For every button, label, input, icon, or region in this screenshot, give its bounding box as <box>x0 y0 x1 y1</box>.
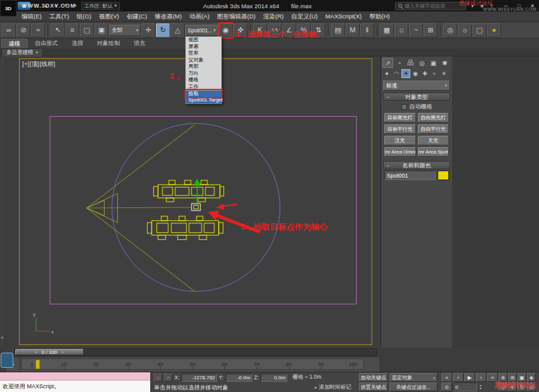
rendered-frame-icon[interactable]: ▢ <box>472 23 486 37</box>
next-frame-arrow[interactable]: › <box>62 350 63 355</box>
spacewarps-category-icon[interactable]: ≈ <box>430 69 439 78</box>
collapse-arrow-icon[interactable]: ◂ <box>1 335 3 340</box>
tab-freeform[interactable]: 自由形式 <box>28 39 65 48</box>
selection-lock-toggle[interactable]: ∩ <box>164 374 172 382</box>
rectangular-selection-icon[interactable]: ▢ <box>80 23 94 37</box>
tab-modeling[interactable]: 建模 <box>1 39 28 48</box>
bind-to-space-warp-icon[interactable]: ≈ <box>31 23 45 37</box>
time-slider-handle[interactable]: ‹ 0 / 100 › <box>15 349 84 355</box>
menu-item[interactable]: 视图(V) <box>95 11 123 22</box>
object-type-button[interactable]: 目标平行光 <box>384 124 416 134</box>
window-crossing-icon[interactable]: ▣ <box>94 23 108 37</box>
select-and-move-icon[interactable]: ✛ <box>141 23 155 37</box>
select-object-icon[interactable]: ↖ <box>51 23 65 37</box>
coord-option-world[interactable]: 世界 <box>186 50 221 57</box>
cameras-category-icon[interactable]: ◉ <box>411 69 420 78</box>
add-time-tag[interactable]: ▸ 添加时间标记 <box>315 384 356 391</box>
shapes-category-icon[interactable]: ◠ <box>392 69 401 78</box>
menu-item[interactable]: 渲染(R) <box>259 11 287 22</box>
render-setup-icon[interactable]: ☼ <box>458 23 472 37</box>
unlink-selection-icon[interactable]: ⊘ <box>16 23 30 37</box>
viewport-general-menu[interactable]: [+] <box>22 60 29 69</box>
time-slider-track[interactable]: ‹ 0 / 100 › <box>14 348 377 356</box>
listener-pane[interactable]: 欢迎使用 MAXScript。 <box>0 381 150 392</box>
y-axis-gizmo[interactable] <box>194 178 200 203</box>
display-tab-icon[interactable]: ▣ <box>428 58 439 68</box>
y-coordinate-field[interactable]: -0.0m <box>226 374 252 382</box>
menu-item[interactable]: 组(G) <box>73 11 95 22</box>
selection-set-dropdown[interactable]: 选定对象 ▾ <box>389 373 438 382</box>
object-type-button[interactable]: 自由平行光 <box>418 124 450 134</box>
menu-item[interactable]: 工具(T) <box>46 11 73 22</box>
coord-option-local[interactable]: 局部 <box>186 63 221 70</box>
coord-option-parent[interactable]: 父对象 <box>186 57 221 64</box>
systems-category-icon[interactable]: ✳ <box>439 69 448 78</box>
coord-option-grid[interactable]: 栅格 <box>186 77 221 84</box>
current-frame-field[interactable]: 0 <box>453 382 477 391</box>
menu-item[interactable]: 编辑(E) <box>18 11 46 22</box>
menu-item[interactable]: 创建(C) <box>123 11 151 22</box>
play-button[interactable]: ▶ <box>464 373 475 382</box>
render-production-icon[interactable]: ● <box>487 23 501 37</box>
motion-tab-icon[interactable]: ◎ <box>417 58 427 68</box>
curve-editor-icon[interactable]: ~ <box>409 23 423 37</box>
z-coordinate-field[interactable]: 0.0m <box>261 374 287 382</box>
select-and-rotate-icon[interactable]: ↻ <box>156 23 170 37</box>
menu-item[interactable]: 自定义(U) <box>287 11 321 22</box>
search-input[interactable] <box>405 3 462 9</box>
menu-item[interactable]: 图形编辑器(D) <box>213 11 259 22</box>
coord-option-gimbal[interactable]: 万向 <box>186 70 221 77</box>
plane-object-outline[interactable] <box>50 117 356 304</box>
polygon-modeling-tab[interactable]: 多边形建模 ▾ <box>1 48 43 56</box>
menu-item[interactable]: 动画(A) <box>186 11 214 22</box>
next-frame-button[interactable]: › <box>476 373 486 382</box>
trackbar-ruler[interactable]: 0102030405060708090100 <box>21 358 364 370</box>
light-type-dropdown[interactable]: 标准 ▾ <box>383 81 450 91</box>
previous-frame-button[interactable]: ‹ <box>453 373 464 382</box>
viewport-pov-menu[interactable]: [顶] <box>30 60 39 69</box>
coord-option-screen[interactable]: 屏幕 <box>186 44 221 51</box>
edit-named-selection-icon[interactable]: ▤ <box>331 23 345 37</box>
select-and-scale-icon[interactable]: △ <box>171 23 185 37</box>
menu-item[interactable]: 帮助(H) <box>365 11 393 22</box>
material-editor-icon[interactable]: ◎ <box>443 23 457 37</box>
object-type-rollout[interactable]: − 对象类型 <box>383 93 450 101</box>
macro-recorder-pane[interactable] <box>0 372 150 381</box>
graphite-ribbon-icon[interactable]: ⌂ <box>394 23 408 37</box>
object-color-swatch[interactable] <box>438 171 449 180</box>
select-by-name-icon[interactable]: ≡ <box>65 23 79 37</box>
helpers-category-icon[interactable]: ✚ <box>420 69 429 78</box>
mirror-icon[interactable]: M <box>346 23 360 37</box>
time-tag-marker[interactable] <box>36 360 40 369</box>
spinner-down-icon[interactable]: ▾ <box>480 387 482 390</box>
x-coordinate-field[interactable]: -1278.762 <box>181 374 217 382</box>
previous-frame-arrow[interactable]: ‹ <box>36 350 37 355</box>
go-to-start-button[interactable]: « <box>441 373 452 382</box>
create-tab-icon[interactable]: ↗ <box>382 58 393 68</box>
key-filters-button[interactable]: 关键点过滤器... <box>389 382 438 391</box>
object-name-field[interactable]: Spot001 <box>384 171 436 180</box>
layer-manager-icon[interactable]: ▦ <box>380 23 394 37</box>
lights-category-icon[interactable]: ☀ <box>401 69 410 78</box>
frame-spinner[interactable]: ▴ ▾ <box>477 382 484 391</box>
object-type-button[interactable]: 目标聚光灯 <box>384 113 416 122</box>
modify-tab-icon[interactable]: ◔ <box>394 58 405 68</box>
select-and-link-icon[interactable]: ∞ <box>2 23 16 37</box>
viewport-shading-menu[interactable]: [线框] <box>40 60 55 69</box>
light-falloff-circle[interactable] <box>112 124 280 292</box>
key-mode-toggle[interactable]: ⊙ <box>441 382 452 391</box>
workspace-dropdown[interactable]: 工作区: 默认 ▾ <box>81 2 120 10</box>
tab-object-paint[interactable]: 对象绘制 <box>90 39 127 48</box>
hierarchy-tab-icon[interactable]: 品 <box>405 58 416 68</box>
object-type-button[interactable]: 泛光 <box>384 136 416 145</box>
coord-option-spot-target[interactable]: Spot001.Target <box>186 97 221 104</box>
spotlight-cone[interactable] <box>87 125 195 292</box>
coord-option-working[interactable]: 工作 <box>186 84 221 91</box>
schematic-view-icon[interactable]: ⊞ <box>424 23 438 37</box>
geometry-category-icon[interactable]: ● <box>382 69 391 78</box>
coord-option-view[interactable]: 视图 <box>186 37 221 44</box>
object-type-button[interactable]: 自由聚光灯 <box>418 113 450 122</box>
autogrid-checkbox[interactable] <box>401 104 407 110</box>
coord-option-pick[interactable]: 拾取 <box>186 90 221 97</box>
isolate-selection-toggle[interactable]: ◎ <box>154 374 162 382</box>
